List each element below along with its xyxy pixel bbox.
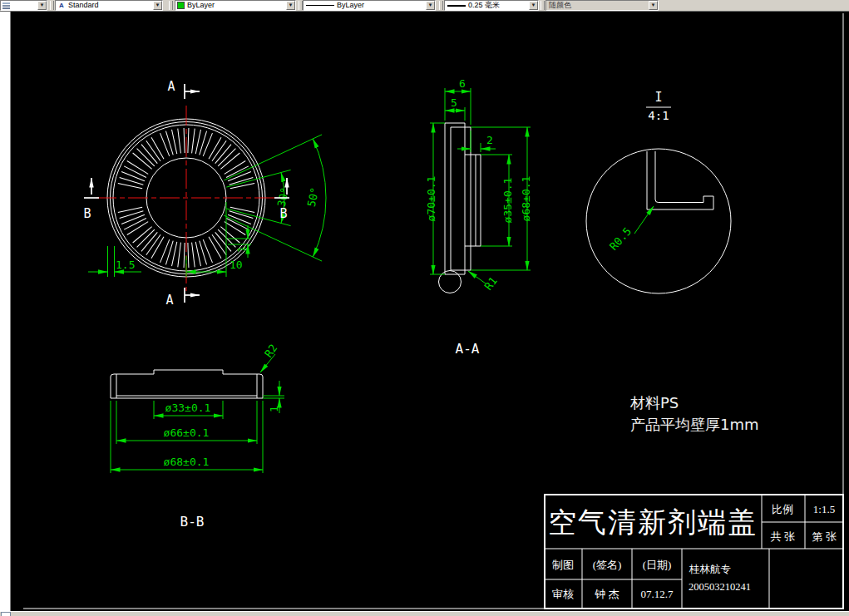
section-view-bb[interactable]: R2 1 ø33±0.1 ø66±0.1 ø68±0.1 B-B [111,342,284,530]
section-aa-label[interactable]: A-A [456,341,480,357]
dim-d68[interactable]: ø68±0.1 [164,456,210,468]
dim-d66[interactable]: ø66±0.1 [164,426,210,439]
signature-label: (签名) [593,559,622,571]
sheet-number: 第 张 [812,530,837,543]
review-date: 07.12.7 [641,588,674,600]
date-label: (日期) [643,559,672,571]
scale-value: 1:1.5 [813,503,835,515]
dim-fillet-r1[interactable]: R1 [482,274,500,293]
lineweight-dropdown[interactable]: 0.25 毫米 ▼ [444,0,539,11]
plotstyle-dropdown-arrow-icon[interactable]: ▼ [649,1,658,10]
drawing-title: 空气清新剂端盖 [548,507,758,538]
detail-view-i[interactable]: I 4:1 R0.5 [586,90,731,293]
dim-boss35[interactable]: ø35±0.1 [501,178,514,224]
section-label-b-right[interactable]: B [279,206,287,221]
detail-label[interactable]: I [654,90,662,105]
dim-d33[interactable]: ø33±0.1 [165,402,211,414]
dim-lip[interactable]: 2 [486,134,493,146]
dim-depth[interactable]: 6 [459,77,466,90]
plotstyle-value: 随颜色 [546,1,649,10]
toolbar-grip[interactable] [540,1,545,10]
total-sheets: 共 张 [770,530,795,543]
scale-label: 比例 [772,503,793,515]
lineweight-sample-icon [447,5,466,7]
text-style-icon: A [57,2,66,10]
dim-fillet-r2[interactable]: R2 [262,342,279,359]
title-block[interactable]: 空气清新剂端盖 比例 1:1.5 共 张 第 张 制图 (签名) (日期) 审核… [23,13,843,609]
note-wall-thickness[interactable]: 产品平均壁厚1mm [630,416,759,433]
color-dropdown-arrow-icon[interactable]: ▼ [286,1,295,10]
color-dropdown[interactable]: ByLayer ▼ [175,0,296,11]
drafter-label: 制图 [552,559,574,571]
lineweight-dropdown-arrow-icon[interactable]: ▼ [529,1,538,10]
left-gutter [0,12,10,611]
section-bb-label[interactable]: B-B [180,514,205,530]
layer-dropdown[interactable]: ▼ [0,0,47,11]
linetype-dropdown[interactable]: ByLayer ▼ [303,0,436,11]
section-label-b-left[interactable]: B [83,206,91,221]
toolbar-grip[interactable] [50,1,54,10]
toolbar-grip[interactable] [169,1,173,10]
linetype-dropdown-arrow-icon[interactable]: ▼ [426,1,435,10]
dim-bb-wall[interactable]: 1 [268,406,280,412]
section-label-a-bottom[interactable]: A [165,293,173,308]
text-style-dropdown[interactable]: A Standard ▼ [55,0,163,11]
linetype-sample-icon [306,5,334,6]
drawing-canvas[interactable]: 30° 50° 1.5 10 1 A A B B [0,12,849,611]
top-toolbar: ▼ A Standard ▼ ByLayer ▼ ByLayer ▼ 0.25 … [0,0,849,12]
org-name: 桂林航专 [689,564,731,575]
org-id: 200503210241 [689,581,751,593]
dim-rim[interactable]: 1.5 [116,259,135,271]
layer-icon [2,2,10,9]
front-view[interactable]: 30° 50° 1.5 10 1 A A B B [83,79,326,308]
reviewer-label: 审核 [552,588,574,600]
text-style-value: Standard [66,1,153,10]
color-value: ByLayer [185,1,286,10]
toolbar-grip[interactable] [439,1,443,10]
linetype-value: ByLayer [334,1,426,10]
command-window-icon[interactable] [1,612,11,616]
section-view-aa[interactable]: 6 5 2 ø70±0.1 ø35±0.1 ø68±0.1 R1 A-A [425,77,532,357]
plotstyle-dropdown[interactable]: 随颜色 ▼ [545,0,659,11]
status-strip [0,611,849,616]
lineweight-value: 0.25 毫米 [466,1,529,10]
dim-wall[interactable]: 1 [235,246,248,253]
note-material[interactable]: 材料PS [629,394,679,411]
dim-hub-offset[interactable]: 10 [230,259,243,271]
color-swatch-icon [177,2,185,9]
dim-angle-50[interactable]: 50° [305,186,322,208]
dim-fillet-r05[interactable]: R0.5 [607,225,634,253]
reviewer-name: 钟 杰 [594,588,619,600]
dim-angle-30[interactable]: 30° [275,186,292,208]
section-label-a-top[interactable]: A [167,79,175,94]
dim-step[interactable]: 5 [451,96,457,109]
detail-scale[interactable]: 4:1 [648,109,669,122]
dim-od70[interactable]: ø70±0.1 [425,176,437,222]
drawing-notes[interactable]: 材料PS 产品平均壁厚1mm [629,394,759,433]
text-style-dropdown-arrow-icon[interactable]: ▼ [153,1,162,10]
dim-id68[interactable]: ø68±0.1 [520,176,532,222]
layer-dropdown-arrow-icon[interactable]: ▼ [37,1,47,10]
